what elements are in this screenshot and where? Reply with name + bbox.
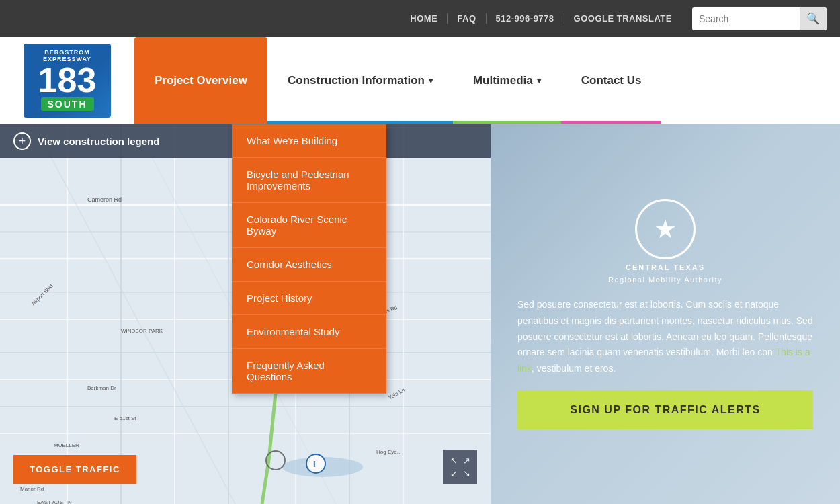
top-bar-links: HOME FAQ 512-996-9778 GOOGLE TRANSLATE — [401, 13, 681, 24]
header: BERGSTROMEXPRESSWAY 183 SOUTH Project Ov… — [0, 37, 840, 124]
search-box: 🔍 — [692, 7, 827, 30]
svg-text:WINDSOR PARK: WINDSOR PARK — [121, 328, 163, 334]
rma-circle: ★ — [635, 199, 696, 259]
dropdown-colorado-byway[interactable]: Colorado River Scenic Byway — [232, 203, 386, 248]
svg-text:Cameron Rd: Cameron Rd — [87, 196, 122, 203]
map-area: Cameron Rd Airport Blvd WINDSOR PARK Ber… — [0, 124, 491, 504]
nav-contact-label: Contact Us — [581, 74, 642, 87]
svg-point-35 — [306, 454, 325, 473]
svg-text:MUELLER: MUELLER — [54, 442, 79, 448]
right-panel-content: ★ CENTRAL TEXAS Regional Mobility Author… — [517, 199, 813, 429]
expand-arrow-topleft: ↖ — [448, 455, 459, 466]
svg-text:i: i — [313, 459, 316, 469]
nav-home[interactable]: HOME — [401, 13, 448, 24]
rma-name-line1: CENTRAL TEXAS — [626, 263, 705, 271]
legend-plus-icon: + — [13, 132, 31, 150]
dropdown-faq[interactable]: Frequently Asked Questions — [232, 349, 386, 394]
nav-construction-label: Construction Information — [288, 74, 425, 87]
rma-name-line2: Regional Mobility Authority — [608, 276, 722, 284]
top-bar: HOME FAQ 512-996-9778 GOOGLE TRANSLATE 🔍 — [0, 0, 840, 37]
expand-arrow-bottomleft: ↙ — [448, 468, 459, 478]
legend-label: View construction legend — [38, 136, 159, 147]
expand-arrow-topright: ↗ — [461, 455, 472, 466]
expand-arrow-bottomright: ↘ — [461, 468, 472, 478]
expand-icons[interactable]: ↖ ↗ ↙ ↘ — [443, 450, 477, 484]
dropdown-project-history[interactable]: Project History — [232, 282, 386, 315]
body-text-before: Sed posuere consectetur est at lobortis.… — [517, 299, 813, 358]
rma-logo: ★ CENTRAL TEXAS Regional Mobility Author… — [608, 199, 722, 284]
dropdown-what-building[interactable]: What We're Building — [232, 124, 386, 158]
body-text-after: , vestibulum et eros. — [532, 363, 616, 374]
svg-text:Manor Rd: Manor Rd — [20, 486, 44, 492]
search-button[interactable]: 🔍 — [800, 7, 827, 30]
dropdown-environmental-study[interactable]: Environmental Study — [232, 315, 386, 349]
nav-translate[interactable]: GOOGLE TRANSLATE — [564, 13, 681, 24]
dropdown-corridor-aesthetics[interactable]: Corridor Aesthetics — [232, 248, 386, 282]
toggle-traffic-button[interactable]: TOGGLE TRAFFIC — [13, 455, 136, 484]
dropdown-bicycle-pedestrian[interactable]: Bicycle and Pedestrian Improvements — [232, 158, 386, 203]
nav-faq[interactable]: FAQ — [448, 13, 486, 24]
nav-phone[interactable]: 512-996-9778 — [487, 13, 564, 24]
nav-construction-info[interactable]: Construction Information ▾ — [267, 37, 453, 124]
main-content: Cameron Rd Airport Blvd WINDSOR PARK Ber… — [0, 124, 840, 504]
logo-box[interactable]: BERGSTROMEXPRESSWAY 183 SOUTH — [24, 44, 111, 118]
expand-icon-grid: ↖ ↗ ↙ ↘ — [448, 455, 472, 478]
nav-project-overview[interactable]: Project Overview — [134, 37, 267, 124]
nav-multimedia[interactable]: Multimedia ▾ — [453, 37, 561, 124]
signup-button[interactable]: SIGN UP FOR TRAFFIC ALERTS — [517, 390, 813, 429]
rma-star-icon: ★ — [654, 214, 677, 244]
chevron-down-icon: ▾ — [429, 76, 433, 85]
logo-number: 183 — [38, 62, 97, 97]
svg-text:Hog Eye...: Hog Eye... — [376, 449, 401, 455]
logo-south: SOUTH — [41, 97, 94, 111]
nav-links: Project Overview Construction Informatio… — [134, 37, 840, 124]
chevron-down-icon: ▾ — [537, 76, 541, 85]
svg-text:E 51st St: E 51st St — [114, 415, 136, 421]
dropdown-menu: What We're Building Bicycle and Pedestri… — [232, 124, 386, 394]
search-input[interactable] — [692, 13, 800, 24]
nav-multimedia-label: Multimedia — [473, 74, 533, 87]
nav-project-overview-label: Project Overview — [155, 74, 247, 87]
body-text: Sed posuere consectetur est at lobortis.… — [517, 297, 813, 377]
right-panel: ★ CENTRAL TEXAS Regional Mobility Author… — [491, 124, 840, 504]
search-icon: 🔍 — [806, 12, 820, 25]
nav-contact-us[interactable]: Contact Us — [561, 37, 662, 124]
svg-text:Berkman Dr: Berkman Dr — [87, 385, 116, 391]
svg-text:EAST AUSTIN: EAST AUSTIN — [37, 499, 72, 504]
logo: BERGSTROMEXPRESSWAY 183 SOUTH — [0, 44, 134, 118]
